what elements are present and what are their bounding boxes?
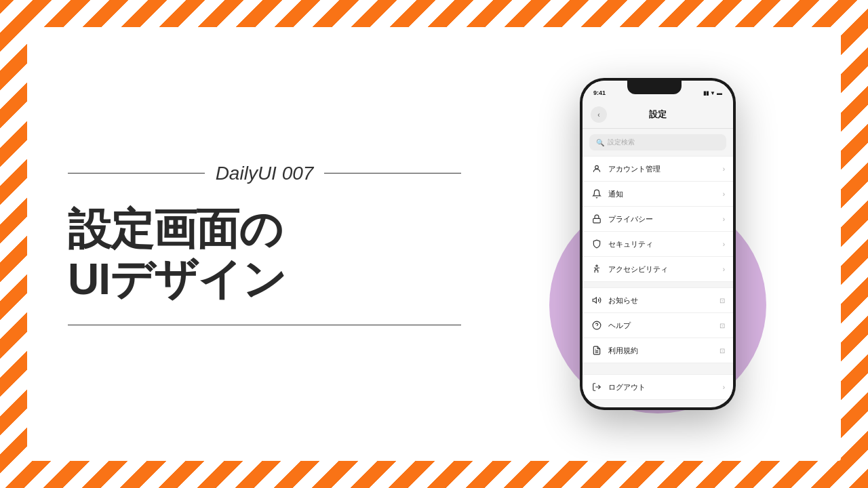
help-icon [591,319,603,331]
security-label: セキュリティ [608,239,723,249]
terms-external: ⊡ [719,347,725,354]
title-line-bar-left [68,173,205,174]
svg-point-2 [596,265,597,266]
settings-section-1: アカウント管理 › 通知 › [583,156,733,282]
accessibility-icon [591,263,603,275]
status-bar: 9:41 ▮▮ ▼ ▬ [583,81,733,102]
status-icons: ▮▮ ▼ ▬ [703,90,722,96]
main-heading: 設定画面の UIデザイン [68,205,461,304]
security-arrow: › [723,241,725,248]
phone-screen: 9:41 ▮▮ ▼ ▬ ‹ 設定 [583,81,733,407]
notification-label: 通知 [608,189,723,199]
left-content: DailyUI 007 設定画面の UIデザイン [68,163,461,325]
settings-item-news[interactable]: お知らせ ⊡ [583,287,733,313]
settings-section-logout: ログアウト › [583,374,733,400]
accessibility-label: アクセシビリティ [608,264,723,274]
settings-item-notification[interactable]: 通知 › [583,182,733,207]
search-placeholder: 設定検索 [608,138,635,147]
settings-item-help[interactable]: ヘルプ ⊡ [583,313,733,338]
settings-item-security[interactable]: セキュリティ › [583,232,733,257]
settings-list: アカウント管理 › 通知 › [583,156,733,407]
settings-item-account[interactable]: アカウント管理 › [583,156,733,182]
account-arrow: › [723,165,725,173]
svg-rect-1 [593,218,601,222]
terms-icon [591,344,603,357]
notification-icon [591,188,603,200]
svg-marker-3 [593,298,596,303]
help-label: ヘルプ [608,321,719,331]
svg-point-0 [595,165,599,169]
news-icon [591,294,603,306]
status-time: 9:41 [593,89,606,96]
settings-title: 設定 [649,108,667,121]
search-bar[interactable]: 🔍 設定検索 [589,134,726,150]
privacy-arrow: › [723,216,725,223]
settings-section-2: お知らせ ⊡ ヘルプ ⊡ [583,287,733,363]
inner-card: DailyUI 007 設定画面の UIデザイン 9:41 [27,27,841,461]
logout-arrow: › [723,384,725,391]
news-external: ⊡ [719,297,725,304]
logout-icon [591,381,603,393]
security-icon [591,238,603,250]
account-label: アカウント管理 [608,164,723,174]
privacy-label: プライバシー [608,214,723,224]
title-line: DailyUI 007 [68,163,461,184]
logout-label: ログアウト [608,382,723,392]
back-icon: ‹ [597,111,599,119]
title-line-bar-right [324,173,461,174]
section-gap-1 [583,282,733,287]
settings-item-privacy[interactable]: プライバシー › [583,207,733,232]
terms-label: 利用規約 [608,346,719,356]
back-button[interactable]: ‹ [591,106,607,123]
phone-mockup: 9:41 ▮▮ ▼ ▬ ‹ 設定 [580,78,736,410]
account-icon [591,163,603,175]
settings-header: ‹ 設定 [583,102,733,129]
help-external: ⊡ [719,322,725,329]
privacy-icon [591,213,603,225]
settings-item-accessibility[interactable]: アクセシビリティ › [583,257,733,282]
stripe-border: DailyUI 007 設定画面の UIデザイン 9:41 [0,0,868,488]
search-icon: 🔍 [596,139,604,146]
settings-item-logout[interactable]: ログアウト › [583,374,733,400]
daily-ui-label: DailyUI 007 [216,163,314,184]
settings-item-terms[interactable]: 利用規約 ⊡ [583,338,733,363]
news-label: お知らせ [608,296,719,306]
heading-line2: UIデザイン [68,255,461,305]
phone-container: 9:41 ▮▮ ▼ ▬ ‹ 設定 [515,47,800,441]
notification-arrow: › [723,190,725,198]
bottom-divider [68,325,461,325]
accessibility-arrow: › [723,266,725,273]
section-gap-2 [583,363,733,369]
heading-line1: 設定画面の [68,205,461,255]
